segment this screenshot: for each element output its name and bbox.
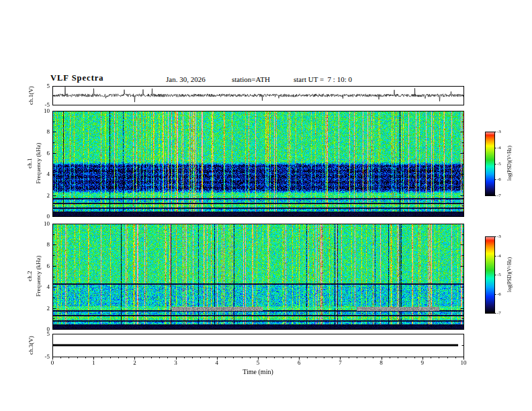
- ch1_spec-y-tick-label: 2: [47, 192, 50, 198]
- colorbar2-tick-label: -4: [497, 253, 501, 258]
- colorbar2-tick-label: -3: [497, 234, 501, 239]
- ch2_spec-y-tick-label: 4: [47, 284, 50, 290]
- ch2_spec-y-tick-label: 8: [47, 242, 50, 248]
- ch1_spec-y-tick-label: 0: [47, 214, 50, 220]
- ch1-waveform-plot: [52, 86, 463, 105]
- x-tick-label: 1: [92, 360, 95, 366]
- x-tick-label: 4: [216, 360, 219, 366]
- x-tick-label: 10: [461, 360, 467, 366]
- colorbar1-tick-label: -7: [497, 193, 501, 198]
- time-axis-label: Time (min): [242, 368, 273, 375]
- ch1_spec-y-tick-label: 8: [47, 129, 50, 135]
- x-tick-label: 6: [298, 360, 301, 366]
- ch2_spec-y-tick-label: 10: [44, 221, 50, 227]
- x-tick-label: 3: [174, 360, 177, 366]
- x-tick-label: 7: [339, 360, 342, 366]
- ch1_wave-y-tick-label: 5: [47, 83, 50, 89]
- colorbar1-tick-label: -6: [497, 177, 501, 182]
- ch1-spectrogram: [52, 111, 463, 216]
- ch2-colorbar-label: log(PSD)(V²/Hz): [506, 257, 513, 292]
- ch2-colorbar: [485, 236, 494, 313]
- station-label: station=ATH: [232, 75, 270, 83]
- colorbar2-tick-label: -7: [497, 311, 501, 316]
- ch1-channel-label: ch.1: [26, 158, 33, 168]
- x-tick-label: 0: [51, 360, 54, 366]
- ch3-waveform-plot: [52, 334, 463, 357]
- ch1_spec-y-tick-label: 10: [44, 108, 50, 114]
- start-ut-label: start UT = 7 : 10: 0: [294, 75, 352, 83]
- figure-title: VLF Spectra: [50, 73, 104, 83]
- ch2-frequency-axis-label: Frequency (kHz): [35, 255, 42, 296]
- colorbar1-tick-label: -3: [497, 130, 501, 134]
- colorbar2-tick-label: -6: [497, 291, 501, 296]
- ch2_spec-y-tick-label: 6: [47, 263, 50, 269]
- x-tick-label: 5: [257, 360, 260, 366]
- vlf-spectra-figure: VLF Spectra Jan. 30, 2026 station=ATH st…: [0, 0, 532, 411]
- ch1_spec-y-tick-label: 6: [47, 150, 50, 156]
- ch3_wave-y-tick-label: -5: [45, 354, 50, 360]
- colorbar1-tick-label: -4: [497, 145, 501, 150]
- x-tick-label: 8: [380, 360, 383, 366]
- ch1-colorbar-label: log(PSD)(V²/Hz): [506, 146, 513, 181]
- x-tick-label: 9: [421, 360, 425, 366]
- ch1-frequency-axis-label: Frequency (kHz): [35, 142, 42, 183]
- ch1_wave-y-tick-label: -5: [45, 102, 50, 108]
- ch1_spec-y-tick-label: 4: [47, 171, 50, 177]
- ch3_wave-y-tick-label: 5: [47, 331, 50, 337]
- colorbar1-tick-label: -5: [497, 161, 501, 166]
- colorbar2-tick-label: -5: [497, 273, 501, 277]
- date-label: Jan. 30, 2026: [166, 75, 206, 83]
- ch2-channel-label: ch.2: [26, 271, 33, 281]
- ch3-voltage-axis-label: ch.3(V): [28, 336, 34, 355]
- ch1-voltage-axis-label: ch.1(V): [28, 86, 34, 105]
- ch1-colorbar: [485, 132, 494, 195]
- ch2_spec-y-tick-label: 2: [47, 305, 50, 311]
- ch2-spectrogram: [52, 224, 463, 329]
- x-tick-label: 2: [133, 360, 136, 366]
